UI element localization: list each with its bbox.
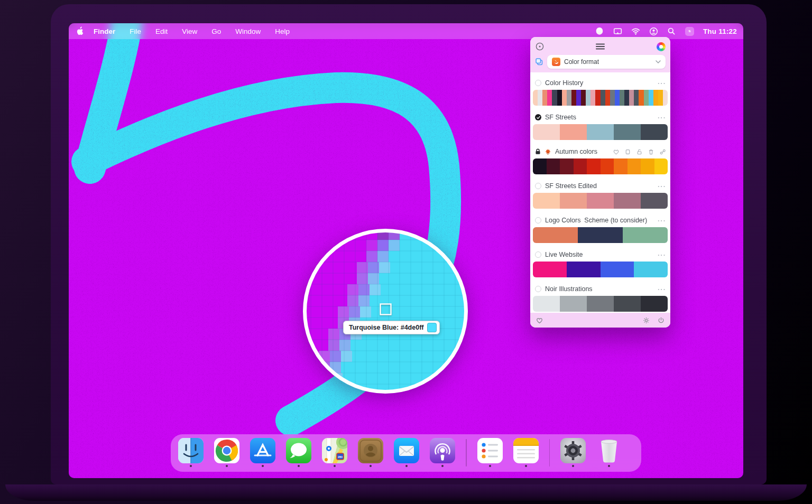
color-swatch[interactable] bbox=[574, 158, 587, 174]
delete-button[interactable] bbox=[648, 148, 654, 155]
share-button[interactable] bbox=[659, 148, 666, 155]
account-icon[interactable] bbox=[649, 27, 658, 36]
palette-name[interactable]: Color History bbox=[545, 79, 583, 87]
screen-mirroring-icon[interactable] bbox=[613, 27, 622, 36]
favorites-icon[interactable] bbox=[536, 316, 543, 324]
color-swatch[interactable] bbox=[641, 296, 668, 312]
color-swatch[interactable] bbox=[533, 158, 547, 174]
more-options-button[interactable]: ··· bbox=[658, 285, 666, 293]
palette-name[interactable]: Live Website bbox=[545, 251, 583, 258]
color-picker-target-icon[interactable] bbox=[535, 42, 545, 51]
unchecked-radio-icon[interactable] bbox=[535, 80, 541, 86]
color-swatch[interactable] bbox=[614, 193, 641, 209]
color-swatch[interactable] bbox=[595, 90, 600, 106]
menu-file[interactable]: File bbox=[130, 27, 141, 35]
color-swatch[interactable] bbox=[624, 90, 629, 106]
color-swatch[interactable] bbox=[614, 158, 628, 174]
dock-item-contacts[interactable] bbox=[358, 438, 383, 467]
color-swatch[interactable] bbox=[641, 124, 668, 140]
color-swatch[interactable] bbox=[610, 90, 615, 106]
unlock-button[interactable] bbox=[636, 148, 643, 155]
palette-name[interactable]: SF Streets Edited bbox=[545, 182, 597, 190]
color-swatch[interactable] bbox=[581, 90, 586, 106]
color-swatch[interactable] bbox=[601, 262, 634, 277]
search-icon[interactable] bbox=[667, 27, 676, 36]
color-swatch[interactable] bbox=[557, 90, 562, 106]
color-swatch[interactable] bbox=[654, 158, 668, 174]
menu-finder[interactable]: Finder bbox=[94, 27, 115, 35]
menu-window[interactable]: Window bbox=[235, 27, 261, 35]
color-swatch[interactable] bbox=[571, 90, 576, 106]
color-swatch[interactable] bbox=[533, 193, 560, 209]
menu-edit[interactable]: Edit bbox=[155, 27, 168, 35]
color-swatch[interactable] bbox=[634, 262, 668, 277]
color-swatch[interactable] bbox=[653, 90, 658, 106]
dock-item-finder[interactable] bbox=[178, 438, 204, 467]
color-swatch[interactable] bbox=[587, 296, 614, 312]
favorite-button[interactable] bbox=[613, 148, 620, 155]
palette-name[interactable]: Autumn colors bbox=[555, 148, 597, 155]
unchecked-radio-icon[interactable] bbox=[535, 183, 541, 189]
color-picker-loupe[interactable] bbox=[298, 224, 473, 398]
checked-radio-icon[interactable] bbox=[535, 114, 541, 120]
apple-logo-icon[interactable] bbox=[76, 26, 85, 36]
color-swatch[interactable] bbox=[587, 158, 601, 174]
unchecked-radio-icon[interactable] bbox=[535, 286, 541, 292]
color-swatch[interactable] bbox=[628, 158, 641, 174]
color-swatch[interactable] bbox=[533, 90, 538, 106]
palette-name[interactable]: SF Streets bbox=[545, 114, 576, 121]
palette-list[interactable]: Color History···SF Streets···Autumn colo… bbox=[530, 72, 670, 313]
lock-icon[interactable] bbox=[535, 148, 541, 155]
color-swatch[interactable] bbox=[634, 90, 639, 106]
color-wheel-icon[interactable] bbox=[657, 42, 666, 51]
more-options-button[interactable]: ··· bbox=[658, 114, 666, 122]
color-swatch[interactable] bbox=[547, 90, 552, 106]
dock-item-app-store[interactable] bbox=[250, 438, 275, 467]
color-swatch[interactable] bbox=[533, 124, 560, 140]
dock-item-chrome[interactable] bbox=[214, 438, 239, 467]
control-center-icon[interactable] bbox=[685, 27, 694, 36]
color-swatch[interactable] bbox=[614, 124, 641, 140]
unchecked-radio-icon[interactable] bbox=[535, 217, 541, 223]
color-swatch[interactable] bbox=[639, 90, 643, 106]
more-options-button[interactable]: ··· bbox=[658, 182, 666, 190]
menu-view[interactable]: View bbox=[182, 27, 197, 35]
color-swatch[interactable] bbox=[567, 90, 571, 106]
color-swatch[interactable] bbox=[578, 227, 623, 243]
color-swatch[interactable] bbox=[620, 90, 624, 106]
color-swatch[interactable] bbox=[538, 90, 542, 106]
more-options-button[interactable]: ··· bbox=[658, 251, 666, 259]
menu-help[interactable]: Help bbox=[275, 27, 290, 35]
menu-go[interactable]: Go bbox=[211, 27, 221, 35]
color-swatch[interactable] bbox=[560, 124, 587, 140]
color-swatch[interactable] bbox=[663, 90, 668, 106]
dock-item-messages[interactable] bbox=[286, 438, 311, 467]
color-swatch[interactable] bbox=[560, 296, 587, 312]
color-swatch[interactable] bbox=[576, 90, 581, 106]
color-swatch[interactable] bbox=[629, 90, 634, 106]
color-swatch[interactable] bbox=[533, 227, 578, 243]
color-swatch[interactable] bbox=[605, 90, 610, 106]
dock-item-podcasts[interactable] bbox=[430, 438, 455, 467]
color-swatch[interactable] bbox=[587, 193, 614, 209]
color-swatch[interactable] bbox=[560, 158, 574, 174]
color-swatch[interactable] bbox=[552, 90, 557, 106]
menu-clock[interactable]: Thu 11:22 bbox=[703, 27, 737, 35]
palette-name[interactable]: Logo Colors Scheme (to consider) bbox=[545, 217, 647, 224]
color-swatch[interactable] bbox=[587, 124, 614, 140]
dock-item-trash[interactable] bbox=[596, 438, 622, 467]
dock-item-system-settings[interactable] bbox=[560, 438, 586, 467]
more-options-button[interactable]: ··· bbox=[658, 217, 666, 225]
color-swatch[interactable] bbox=[601, 90, 605, 106]
dock-item-mail[interactable] bbox=[394, 438, 419, 467]
color-swatch[interactable] bbox=[658, 90, 663, 106]
copy-button[interactable] bbox=[624, 148, 631, 155]
more-options-button[interactable]: ··· bbox=[658, 79, 666, 87]
power-icon[interactable] bbox=[657, 316, 665, 324]
menu-icon[interactable] bbox=[596, 43, 605, 50]
color-format-dropdown[interactable]: Color format bbox=[547, 55, 666, 69]
color-swatch[interactable] bbox=[601, 158, 614, 174]
color-swatch[interactable] bbox=[533, 296, 560, 312]
colorslurp-blob-icon[interactable] bbox=[595, 27, 604, 36]
color-swatch[interactable] bbox=[590, 90, 595, 106]
